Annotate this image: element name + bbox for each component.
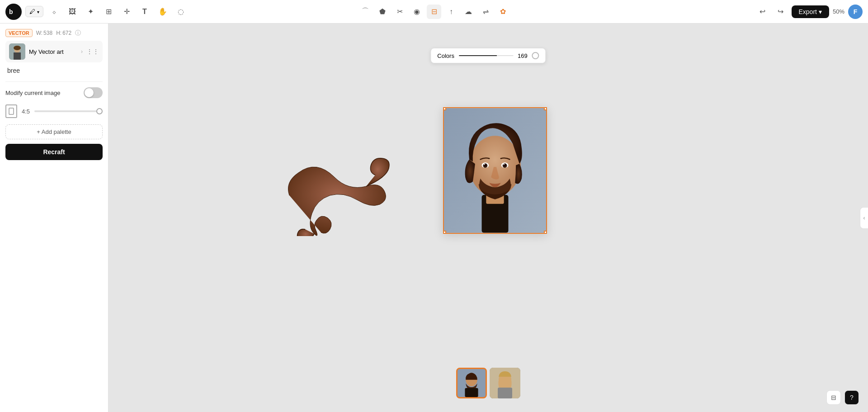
export-button[interactable]: Export ▾ xyxy=(792,5,829,18)
handle-bl[interactable] xyxy=(443,231,446,234)
prompt-text: bree xyxy=(5,67,103,74)
ratio-slider-thumb xyxy=(96,108,103,114)
ratio-row: 4:5 xyxy=(5,104,103,118)
height-label: H: 672 xyxy=(56,30,71,36)
logo-button[interactable]: b xyxy=(5,4,22,20)
zoom-level[interactable]: 50% xyxy=(833,8,844,15)
tool-image[interactable]: 🖼 xyxy=(65,5,80,19)
panel-dimensions: W: 538 H: 672 xyxy=(36,30,72,36)
modify-toggle[interactable] xyxy=(84,87,103,98)
layer-row[interactable]: My Vector art › ⋮⋮ xyxy=(5,41,103,62)
toggle-knob xyxy=(85,88,94,97)
export-chevron-icon: ▾ xyxy=(819,8,822,15)
svg-point-4 xyxy=(14,46,21,50)
tool-scissors[interactable]: ✂ xyxy=(392,5,407,19)
bottom-right-icons: ⊟ ? xyxy=(826,390,859,405)
tool-lasso[interactable]: ⬦ xyxy=(47,5,61,19)
help-icon[interactable]: ? xyxy=(844,390,859,405)
filmstrip-item-1[interactable] xyxy=(456,368,487,398)
tool-palette[interactable]: ⬟ xyxy=(375,5,390,19)
colors-line xyxy=(459,55,513,56)
tool-text[interactable]: T xyxy=(137,5,152,19)
tool-export-arrow[interactable]: ↑ xyxy=(444,5,458,19)
section-divider xyxy=(5,81,103,82)
layers-icon[interactable]: ⊟ xyxy=(826,390,841,405)
colors-label: Colors xyxy=(437,52,454,59)
tool-curve[interactable]: ⌒ xyxy=(358,5,373,19)
tool-generate[interactable]: ⊞ xyxy=(101,5,116,19)
handle-tl[interactable] xyxy=(443,107,446,110)
tool-magic[interactable]: ✦ xyxy=(83,5,98,19)
tool-link[interactable]: ⇌ xyxy=(478,5,493,19)
svg-rect-3 xyxy=(14,52,21,60)
tool-hand[interactable]: ✋ xyxy=(156,5,170,19)
vector-badge: VECTOR xyxy=(5,29,33,37)
tool-dropdown[interactable]: 🖊 xyxy=(25,6,43,17)
svg-point-17 xyxy=(503,164,505,165)
layer-settings-icon[interactable]: ⋮⋮ xyxy=(86,48,99,55)
svg-rect-23 xyxy=(498,388,512,398)
tool-sparkle[interactable]: ✿ xyxy=(495,5,510,19)
undo-button[interactable]: ↩ xyxy=(755,5,770,19)
canvas-ornament[interactable] xyxy=(276,155,393,236)
svg-rect-20 xyxy=(465,388,478,397)
svg-rect-5 xyxy=(9,108,14,114)
svg-point-13 xyxy=(484,164,485,165)
ratio-slider[interactable] xyxy=(34,110,103,112)
ratio-icon xyxy=(5,104,17,118)
recraft-button[interactable]: Recraft xyxy=(5,144,103,160)
main-canvas: Colors 169 xyxy=(108,24,868,412)
tool-transform[interactable]: ✛ xyxy=(119,5,134,19)
tool-dropdown-icon: 🖊 xyxy=(29,8,35,15)
info-icon[interactable]: ⓘ xyxy=(75,29,81,37)
svg-text:b: b xyxy=(9,8,13,15)
filmstrip-item-2[interactable] xyxy=(490,368,520,398)
left-panel: VECTOR W: 538 H: 672 ⓘ My Vector art › ⋮ xyxy=(0,24,108,412)
right-panel-collapse[interactable]: ‹ xyxy=(860,207,868,229)
toolbar-right: ↩ ↪ Export ▾ 50% F xyxy=(755,5,863,19)
modify-row: Modify current image xyxy=(5,87,103,98)
tool-cloud[interactable]: ☁ xyxy=(461,5,476,19)
tool-dropdown-chevron xyxy=(37,8,39,15)
tool-shape[interactable]: ◌ xyxy=(174,5,188,19)
modify-label: Modify current image xyxy=(5,90,60,96)
layer-thumbnail xyxy=(9,43,25,60)
top-toolbar: b 🖊 ⬦ 🖼 ✦ ⊞ ✛ T ✋ ◌ ⌒ ⬟ ✂ ◉ ⊟ ↑ ☁ ⇌ ✿ ↩ … xyxy=(0,0,868,24)
colors-value: 169 xyxy=(518,52,528,59)
handle-tr[interactable] xyxy=(544,107,547,110)
tool-layers[interactable]: ⊟ xyxy=(427,5,441,19)
layer-name: My Vector art xyxy=(29,48,77,55)
canvas-portrait[interactable] xyxy=(443,107,547,234)
colors-tooltip: Colors 169 xyxy=(430,48,546,63)
user-avatar[interactable]: F xyxy=(848,5,863,19)
add-palette-button[interactable]: + Add palette xyxy=(5,124,103,139)
panel-header: VECTOR W: 538 H: 672 ⓘ xyxy=(5,29,103,37)
handle-br[interactable] xyxy=(544,231,547,234)
width-label: W: 538 xyxy=(36,30,52,36)
colors-circle[interactable] xyxy=(532,52,539,59)
layer-chevron-icon: › xyxy=(81,48,83,55)
ratio-label: 4:5 xyxy=(22,108,30,115)
toolbar-center: ⌒ ⬟ ✂ ◉ ⊟ ↑ ☁ ⇌ ✿ xyxy=(358,5,510,19)
tool-globe[interactable]: ◉ xyxy=(410,5,424,19)
redo-button[interactable]: ↪ xyxy=(774,5,788,19)
filmstrip xyxy=(456,368,520,398)
